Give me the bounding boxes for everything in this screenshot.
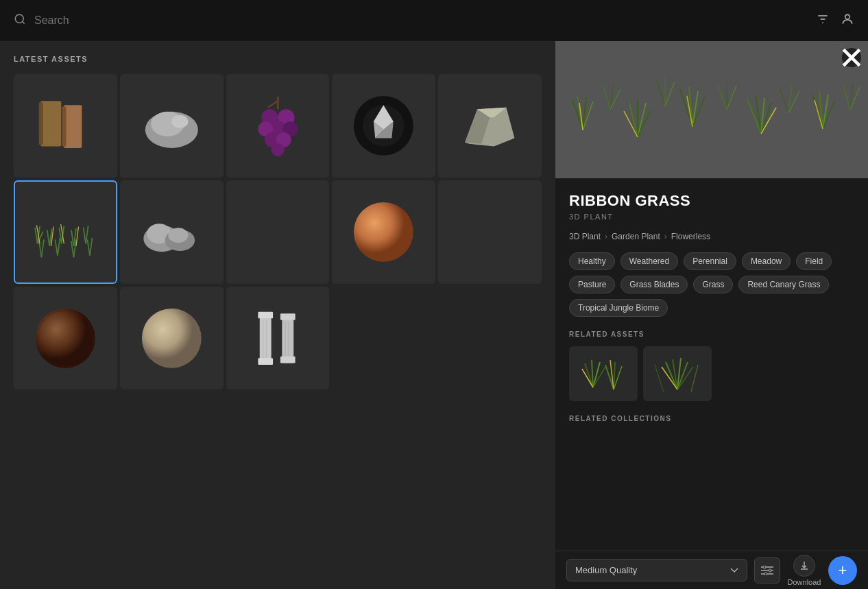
svg-rect-7 [39, 103, 43, 145]
svg-rect-66 [280, 313, 296, 320]
svg-line-34 [47, 230, 49, 246]
tag-healthy[interactable]: Healthy [569, 252, 615, 270]
svg-point-12 [171, 115, 188, 128]
left-panel: LATEST ASSETS [0, 41, 555, 589]
svg-rect-65 [282, 315, 293, 363]
asset-cell-selected[interactable] [14, 180, 117, 284]
svg-point-138 [763, 566, 766, 568]
tag-reed-canary-grass[interactable]: Reed Canary Grass [738, 276, 829, 293]
svg-rect-62 [259, 313, 271, 363]
tag-perennial[interactable]: Perennial [684, 252, 736, 270]
topbar [0, 0, 868, 41]
svg-point-57 [168, 228, 188, 243]
asset-cell[interactable] [332, 180, 435, 284]
breadcrumb-separator: › [664, 232, 667, 241]
search-input[interactable] [34, 14, 808, 27]
main-layout: LATEST ASSETS [0, 41, 868, 589]
breadcrumb-item[interactable]: 3D Plant [569, 232, 601, 241]
tag-meadow[interactable]: Meadow [742, 252, 791, 270]
quality-label: Medium Quality [575, 565, 725, 575]
breadcrumb-separator: › [605, 232, 607, 241]
svg-rect-64 [258, 358, 273, 365]
svg-line-49 [90, 239, 93, 256]
breadcrumb-item[interactable]: Garden Plant [612, 232, 660, 241]
svg-line-48 [87, 240, 90, 256]
asset-cell[interactable] [14, 74, 117, 178]
related-asset-item[interactable] [569, 346, 638, 401]
related-collections-title: RELATED COLLECTIONS [569, 415, 854, 422]
section-title: LATEST ASSETS [14, 55, 542, 63]
svg-rect-9 [62, 107, 67, 147]
tag-field[interactable]: Field [796, 252, 832, 270]
asset-cell[interactable] [226, 74, 330, 178]
svg-rect-8 [64, 105, 82, 148]
filter-settings-button[interactable] [754, 557, 780, 584]
close-button[interactable] [842, 48, 861, 67]
download-icon [793, 555, 815, 577]
svg-point-0 [15, 14, 23, 23]
svg-rect-116 [572, 350, 634, 398]
user-icon[interactable] [841, 12, 854, 29]
asset-cell-empty[interactable] [438, 180, 542, 284]
filter-icon[interactable] [816, 12, 830, 29]
quality-select[interactable]: Medium Quality [566, 559, 747, 581]
asset-grid [14, 74, 542, 389]
svg-point-5 [845, 14, 850, 19]
tag-tropical-jungle-biome[interactable]: Tropical Jungle Biome [569, 299, 668, 317]
topbar-actions [816, 12, 854, 29]
svg-point-59 [36, 309, 95, 368]
asset-type: 3D PLANT [569, 213, 854, 221]
svg-rect-67 [280, 357, 296, 363]
svg-line-40 [83, 228, 86, 243]
breadcrumb: 3D Plant › Garden Plant › Flowerless [569, 232, 854, 241]
asset-cell[interactable] [438, 74, 542, 178]
svg-point-140 [764, 573, 767, 575]
asset-cell[interactable] [120, 74, 224, 178]
svg-point-139 [769, 569, 771, 572]
svg-rect-63 [258, 311, 273, 318]
add-icon: + [839, 563, 847, 578]
related-assets-title: RELATED ASSETS [569, 330, 854, 338]
svg-rect-6 [40, 101, 61, 146]
tag-grass-blades[interactable]: Grass Blades [620, 276, 688, 293]
add-button[interactable]: + [828, 556, 857, 585]
tag-grass[interactable]: Grass [693, 276, 733, 293]
svg-line-44 [55, 240, 58, 256]
bottom-bar: Medium Quality [555, 551, 868, 589]
download-label: Download [788, 578, 821, 586]
detail-content: RIBBON GRASS 3D PLANT 3D Plant › Garden … [555, 178, 868, 444]
tag-weathered[interactable]: Weathered [620, 252, 678, 270]
asset-cell[interactable] [120, 287, 224, 390]
svg-line-1 [22, 21, 24, 23]
asset-title: RIBBON GRASS [569, 192, 854, 210]
download-button[interactable]: Download [787, 555, 821, 586]
svg-rect-126 [647, 350, 708, 398]
svg-line-45 [58, 239, 60, 256]
svg-line-14 [268, 101, 278, 108]
asset-cell[interactable] [14, 287, 117, 390]
svg-point-61 [142, 309, 202, 368]
svg-point-22 [271, 143, 284, 156]
hero-image [555, 41, 868, 178]
asset-cell[interactable] [332, 74, 435, 178]
related-assets-grid [569, 346, 854, 401]
asset-cell[interactable] [226, 287, 330, 390]
asset-cell[interactable] [120, 180, 224, 284]
svg-point-58 [354, 202, 413, 262]
breadcrumb-item[interactable]: Flowerless [671, 232, 710, 241]
svg-line-43 [41, 240, 44, 258]
asset-cell-empty[interactable] [226, 180, 330, 284]
tags-section: Healthy Weathered Perennial Meadow Field… [569, 252, 854, 317]
right-panel: RIBBON GRASS 3D PLANT 3D Plant › Garden … [555, 41, 868, 589]
related-asset-item[interactable] [643, 346, 712, 401]
tag-pasture[interactable]: Pasture [569, 276, 615, 293]
svg-line-42 [39, 241, 42, 257]
search-icon [14, 13, 26, 29]
